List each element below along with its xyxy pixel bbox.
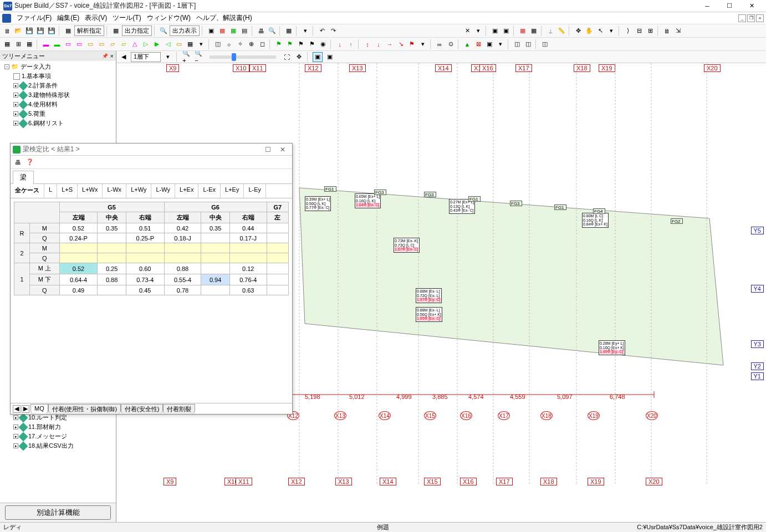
case-tab[interactable]: L+S (57, 184, 78, 198)
zoom-slider[interactable] (210, 55, 276, 59)
flag2-icon[interactable]: ⚑ (285, 39, 295, 49)
mark3-icon[interactable]: ▣ (484, 39, 494, 49)
shape1-icon[interactable]: ▬ (41, 39, 51, 49)
arr-dd-icon[interactable]: ▾ (418, 39, 428, 49)
last3-icon[interactable]: ◫ (540, 39, 550, 49)
analysis-spec-button[interactable]: 解析指定 (74, 25, 104, 36)
bottom-tab[interactable]: 付着(使用性・損傷制御) (48, 404, 121, 414)
value-cell[interactable] (164, 253, 201, 263)
menu-view[interactable]: 表示(V) (85, 13, 107, 23)
result-title-bar[interactable]: 梁検定比 < 結果1 > ☐ ✕ (11, 144, 292, 156)
link1-icon[interactable]: ⟩ (623, 26, 633, 36)
analysis-spec-icon[interactable]: ▦ (63, 26, 73, 36)
close-button[interactable]: ✕ (741, 0, 763, 12)
case-tab[interactable]: L-Ey (244, 184, 266, 198)
tree-close-icon[interactable]: × (110, 53, 114, 59)
delete-dd-icon[interactable]: ▾ (473, 26, 483, 36)
sel5-icon[interactable]: ◻ (257, 39, 267, 49)
mark-a-icon[interactable]: ▣ (313, 52, 323, 62)
redo-icon[interactable]: ↷ (328, 26, 338, 36)
value-cell[interactable] (201, 243, 229, 253)
bottom-tab[interactable]: 付着割裂 (163, 404, 195, 414)
grid-red-icon[interactable]: ▦ (518, 26, 528, 36)
value-cell[interactable]: 0.42 (164, 223, 201, 233)
menu-help[interactable]: ヘルプ、解説書(H) (196, 13, 252, 23)
value-cell[interactable] (267, 243, 288, 253)
value-cell[interactable] (201, 253, 229, 263)
arr6-icon[interactable]: ↘ (396, 39, 406, 49)
mdi-close-button[interactable]: × (756, 14, 764, 22)
menu-window[interactable]: ウィンドウ(W) (147, 13, 191, 23)
maximize-button[interactable]: ☐ (718, 0, 741, 12)
dd3-icon[interactable]: ▾ (196, 39, 206, 49)
value-cell[interactable]: 0.49 (59, 285, 98, 295)
case-tab[interactable]: L-Wy (151, 184, 175, 198)
arr4-icon[interactable]: ↓ (374, 39, 384, 49)
result-print-icon[interactable]: 🖶 (13, 157, 23, 167)
expand-icon[interactable]: ▸ (13, 93, 18, 98)
window-tile-icon[interactable]: ▣ (206, 26, 216, 36)
link2-icon[interactable]: ⊟ (634, 26, 644, 36)
zoom-out-icon[interactable]: 🔍− (194, 52, 204, 62)
menu-file[interactable]: ファイル(F) (17, 13, 52, 23)
bottom-tab[interactable]: 付着(安全性) (121, 404, 163, 414)
move-icon[interactable]: ✥ (573, 26, 583, 36)
arr5-icon[interactable]: → (385, 39, 395, 49)
value-cell[interactable] (267, 263, 288, 274)
tree-item[interactable]: ▸17.メッセージ (1, 432, 115, 441)
extra-calc-button[interactable]: 別途計算機能 (5, 505, 111, 520)
value-cell[interactable] (229, 253, 267, 263)
value-cell[interactable] (267, 253, 288, 263)
menu-tool[interactable]: ツール(T) (113, 13, 141, 23)
flag1-icon[interactable]: ⚑ (274, 39, 284, 49)
open-icon[interactable]: 📂 (13, 26, 23, 36)
shape12-icon[interactable]: ◁ (163, 39, 173, 49)
arr1-icon[interactable]: ↓ (335, 39, 345, 49)
result-grid-area[interactable]: G5 G6 G7 左端中央右端左端中央右端左 RM0.520.350.510.4… (11, 198, 292, 403)
case-tab[interactable]: 全ケース (11, 184, 44, 198)
print-icon[interactable]: 🖶 (256, 26, 266, 36)
value-cell[interactable]: 0.18-J (164, 233, 201, 243)
result-maximize-button[interactable]: ☐ (261, 146, 275, 154)
expand-icon[interactable]: ▸ (13, 443, 18, 448)
floor-dd-icon[interactable]: ▾ (163, 52, 173, 62)
sel2-icon[interactable]: ⟐ (224, 39, 234, 49)
result-close-button[interactable]: ✕ (275, 146, 290, 154)
dd2-icon[interactable]: ▾ (606, 26, 616, 36)
value-cell[interactable]: 0.73-4 (126, 274, 164, 285)
tool-a-icon[interactable]: ▦ (2, 39, 12, 49)
value-cell[interactable] (267, 233, 288, 243)
fit-icon[interactable]: ⛶ (282, 52, 292, 62)
doc-icon[interactable]: 🗎 (662, 26, 672, 36)
value-cell[interactable] (98, 253, 126, 263)
mark-b-icon[interactable]: ▣ (325, 52, 335, 62)
value-cell[interactable] (126, 243, 164, 253)
bottom-tab[interactable]: MQ (30, 404, 48, 414)
case-tab[interactable]: L-Wx (103, 184, 126, 198)
value-cell[interactable]: 0.35 (98, 223, 126, 233)
expand-icon[interactable]: ▸ (13, 111, 18, 116)
option1-icon[interactable]: ▦ (529, 26, 539, 36)
sel4-icon[interactable]: ⊕ (246, 39, 256, 49)
value-cell[interactable]: 0.24-P (59, 233, 98, 243)
last2-icon[interactable]: ◫ (523, 39, 533, 49)
export-icon[interactable]: ⇲ (673, 26, 683, 36)
expand-icon[interactable]: ▸ (13, 424, 18, 429)
save-as-icon[interactable]: 💾 (47, 26, 57, 36)
value-cell[interactable]: 0.25 (98, 263, 126, 274)
value-cell[interactable] (59, 253, 98, 263)
app-menu-icon[interactable] (2, 14, 11, 23)
link5-icon[interactable]: ⊙ (446, 39, 456, 49)
value-cell[interactable]: 0.94 (201, 274, 229, 285)
value-cell[interactable] (267, 285, 288, 295)
output-spec-icon[interactable]: ▦ (111, 26, 121, 36)
value-cell[interactable] (201, 233, 229, 243)
ruler-icon[interactable]: ⟂ (545, 26, 555, 36)
link4-icon[interactable]: ∞ (435, 39, 445, 49)
tree-pin-icon[interactable]: 📌 (102, 53, 108, 59)
sel3-icon[interactable]: ✧ (235, 39, 245, 49)
value-cell[interactable]: 0.88 (98, 274, 126, 285)
mdi-restore-button[interactable]: ❐ (747, 14, 755, 22)
expand-icon[interactable]: ▸ (13, 434, 18, 439)
win1-icon[interactable]: ▣ (490, 26, 500, 36)
